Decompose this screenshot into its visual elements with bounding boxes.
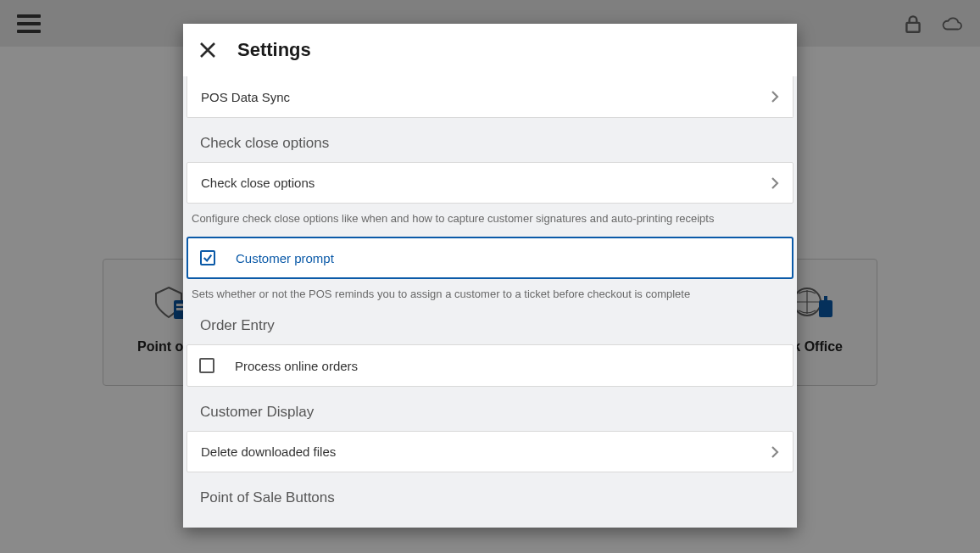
chevron-right-icon [771,176,779,190]
order-entry-header: Order Entry [183,300,797,344]
customer-prompt-desc: Sets whether or not the POS reminds you … [183,279,797,300]
modal-title: Settings [237,39,311,61]
check-close-header: Check close options [183,118,797,162]
delete-downloaded-files-label: Delete downloaded files [201,444,336,459]
settings-modal: Settings POS Data Sync Check close optio… [183,24,797,528]
chevron-right-icon [771,90,779,103]
customer-prompt-label: Customer prompt [236,251,334,265]
process-online-orders-row[interactable]: Process online orders [187,344,793,387]
delete-downloaded-files-row[interactable]: Delete downloaded files [187,431,793,472]
close-icon[interactable] [198,41,217,59]
customer-prompt-row[interactable]: Customer prompt [187,237,793,279]
modal-body: POS Data Sync Check close options Check … [183,76,797,528]
modal-header: Settings [183,24,797,76]
pos-buttons-header: Point of Sale Buttons [183,472,797,506]
process-online-orders-label: Process online orders [235,359,358,373]
checkbox-icon [200,250,215,265]
checkbox-icon [199,358,214,373]
pos-data-sync-row[interactable]: POS Data Sync [187,76,793,118]
customer-display-header: Customer Display [183,387,797,431]
check-close-desc: Configure check close options like when … [183,204,797,225]
check-close-options-label: Check close options [201,176,315,190]
chevron-right-icon [771,445,779,459]
check-close-options-row[interactable]: Check close options [187,162,793,204]
pos-data-sync-label: POS Data Sync [201,90,290,104]
